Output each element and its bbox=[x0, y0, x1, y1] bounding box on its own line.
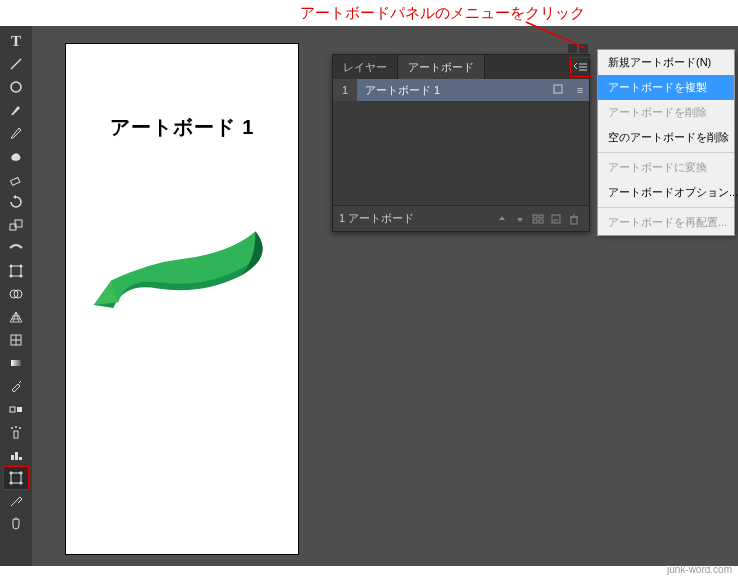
svg-point-10 bbox=[20, 275, 23, 278]
menu-convert-to-artboard: アートボードに変換 bbox=[598, 155, 734, 180]
svg-rect-43 bbox=[552, 215, 560, 223]
svg-rect-16 bbox=[11, 360, 21, 366]
artboard-row-menu-icon[interactable]: ≡ bbox=[571, 84, 589, 96]
svg-rect-26 bbox=[11, 473, 21, 483]
svg-point-7 bbox=[10, 265, 13, 268]
svg-point-8 bbox=[20, 265, 23, 268]
svg-line-1 bbox=[11, 59, 21, 69]
artboard-canvas[interactable]: アートボード 1 bbox=[66, 44, 298, 554]
svg-rect-25 bbox=[19, 457, 22, 460]
svg-point-21 bbox=[15, 426, 17, 428]
shape-builder-tool[interactable] bbox=[4, 283, 28, 305]
artboards-panel: レイヤー アートボード 1 アートボード 1 ≡ 1 アートボード bbox=[332, 54, 590, 232]
svg-rect-39 bbox=[533, 215, 537, 218]
hand-tool[interactable] bbox=[4, 513, 28, 535]
ellipse-tool[interactable] bbox=[4, 76, 28, 98]
free-transform-tool[interactable] bbox=[4, 260, 28, 282]
panel-menu-button[interactable] bbox=[571, 58, 591, 76]
svg-rect-3 bbox=[11, 177, 20, 185]
menu-separator bbox=[598, 152, 734, 153]
eraser-tool[interactable] bbox=[4, 168, 28, 190]
artboard-row-name: アートボード 1 bbox=[357, 83, 545, 98]
menu-artboard-options[interactable]: アートボードオプション... bbox=[598, 180, 734, 205]
svg-point-20 bbox=[11, 427, 13, 429]
artboard-crop-icon[interactable] bbox=[545, 83, 571, 97]
blend-tool[interactable] bbox=[4, 398, 28, 420]
toolbar: T bbox=[0, 26, 32, 566]
rotate-tool[interactable] bbox=[4, 191, 28, 213]
artboard-title-text: アートボード 1 bbox=[66, 114, 298, 141]
svg-rect-42 bbox=[539, 220, 543, 223]
pencil-tool[interactable] bbox=[4, 122, 28, 144]
mesh-tool[interactable] bbox=[4, 329, 28, 351]
svg-rect-38 bbox=[554, 85, 562, 93]
svg-rect-23 bbox=[11, 455, 14, 460]
canvas-area: アートボード 1 bbox=[32, 26, 332, 566]
panel-flyout-menu: 新規アートボード(N) アートボードを複製 アートボードを削除 空のアートボード… bbox=[597, 49, 735, 236]
new-artboard-icon[interactable] bbox=[547, 210, 565, 228]
blob-brush-tool[interactable] bbox=[4, 145, 28, 167]
panel-footer: 1 アートボード bbox=[333, 205, 589, 231]
perspective-grid-tool[interactable] bbox=[4, 306, 28, 328]
svg-rect-6 bbox=[11, 266, 21, 276]
artboard-row-index: 1 bbox=[333, 79, 357, 101]
menu-delete-artboard: アートボードを削除 bbox=[598, 100, 734, 125]
menu-delete-empty-artboards[interactable]: 空のアートボードを削除 bbox=[598, 125, 734, 150]
svg-rect-19 bbox=[14, 431, 18, 438]
annotation-text: アートボードパネルのメニューをクリック bbox=[300, 4, 585, 23]
move-up-icon[interactable] bbox=[493, 210, 511, 228]
menu-duplicate-artboard[interactable]: アートボードを複製 bbox=[598, 75, 734, 100]
watermark: junk-word.com bbox=[667, 564, 732, 575]
artboard-tool[interactable] bbox=[4, 467, 28, 489]
panel-body: 1 アートボード 1 ≡ bbox=[333, 79, 589, 205]
column-graph-tool[interactable] bbox=[4, 444, 28, 466]
menu-rearrange-artboards: アートボードを再配置... bbox=[598, 210, 734, 235]
svg-rect-44 bbox=[571, 217, 577, 224]
delete-artboard-icon[interactable] bbox=[565, 210, 583, 228]
svg-point-22 bbox=[19, 427, 21, 429]
width-tool[interactable] bbox=[4, 237, 28, 259]
svg-line-0 bbox=[526, 22, 585, 48]
panel-empty-area bbox=[333, 101, 589, 205]
paintbrush-tool[interactable] bbox=[4, 99, 28, 121]
svg-rect-18 bbox=[17, 407, 22, 412]
move-down-icon[interactable] bbox=[511, 210, 529, 228]
svg-point-2 bbox=[11, 82, 21, 92]
svg-rect-41 bbox=[533, 220, 537, 223]
svg-rect-40 bbox=[539, 215, 543, 218]
svg-rect-24 bbox=[15, 452, 18, 460]
svg-rect-17 bbox=[10, 407, 15, 412]
gradient-tool[interactable] bbox=[4, 352, 28, 374]
slice-tool[interactable] bbox=[4, 490, 28, 512]
eyedropper-tool[interactable] bbox=[4, 375, 28, 397]
menu-separator bbox=[598, 207, 734, 208]
ribbon-artwork bbox=[84, 212, 280, 330]
artboard-count: 1 アートボード bbox=[339, 211, 493, 226]
artboard-row[interactable]: 1 アートボード 1 ≡ bbox=[333, 79, 589, 101]
svg-point-9 bbox=[10, 275, 13, 278]
symbol-sprayer-tool[interactable] bbox=[4, 421, 28, 443]
scale-tool[interactable] bbox=[4, 214, 28, 236]
rearrange-icon[interactable] bbox=[529, 210, 547, 228]
